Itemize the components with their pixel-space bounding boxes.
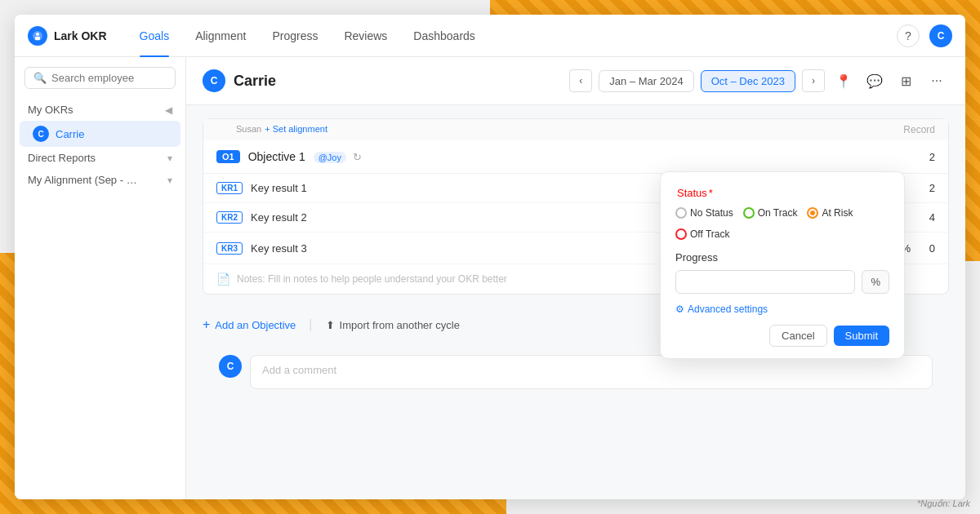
settings-icon: ⚙	[675, 304, 684, 315]
radio-off-track-circle	[675, 228, 687, 240]
status-popup: Status* No Status On Track At Risk	[660, 171, 905, 359]
svg-rect-2	[35, 37, 40, 40]
percent-label: %	[862, 270, 889, 294]
status-radio-group: No Status On Track At Risk Off Track	[675, 207, 889, 240]
kr1-badge: KR1	[216, 182, 243, 194]
collapse-icon: ◀	[165, 104, 172, 116]
app-window: Lark OKR Goals Alignment Progress Review…	[15, 15, 965, 499]
objective-header: Susan + Set alignment O1 Objective 1 @Jo…	[203, 140, 948, 174]
kr3-record: 0	[911, 242, 935, 255]
sidebar: 🔍 My OKRs ◀ C Carrie Direct Reports ▾ My…	[15, 57, 186, 499]
radio-no-status-circle	[675, 207, 687, 219]
status-on-track[interactable]: On Track	[743, 207, 798, 219]
objective-title: Objective 1 @Joy ↻	[248, 150, 894, 163]
svg-point-1	[36, 33, 39, 36]
app-name: Lark OKR	[54, 29, 107, 42]
objective-badge: O1	[216, 150, 240, 163]
comment-input[interactable]: Add a comment	[250, 355, 933, 389]
progress-input-row: %	[675, 270, 889, 294]
table-icon-btn[interactable]: ⊞	[893, 69, 918, 93]
nav-tabs: Goals Alignment Progress Reviews Dashboa…	[127, 15, 897, 57]
reload-icon[interactable]: ↻	[353, 151, 362, 163]
radio-at-risk-circle	[807, 207, 818, 219]
advanced-settings-link[interactable]: ⚙ Advanced settings	[675, 304, 889, 315]
top-nav: Lark OKR Goals Alignment Progress Review…	[15, 15, 965, 57]
status-no-status[interactable]: No Status	[675, 207, 733, 219]
comment-user-avatar: C	[219, 355, 242, 378]
status-at-risk[interactable]: At Risk	[807, 207, 853, 219]
import-cycle-btn[interactable]: ⬆ Import from another cycle	[326, 319, 460, 331]
divider: |	[309, 317, 312, 332]
progress-input[interactable]	[675, 270, 855, 294]
avatar-carrie: C	[33, 126, 49, 142]
tab-goals[interactable]: Goals	[127, 15, 183, 57]
popup-actions: Cancel Submit	[675, 325, 889, 347]
kr1-record: 2	[911, 182, 935, 194]
sidebar-direct-reports[interactable]: Direct Reports ▾	[15, 147, 185, 169]
radio-on-track-circle	[743, 207, 755, 219]
sidebar-my-okrs[interactable]: My OKRs ◀	[15, 99, 185, 121]
more-icon-btn[interactable]: ···	[924, 69, 949, 93]
logo-icon	[28, 26, 47, 46]
assignee-badge: @Joy	[314, 152, 346, 163]
objective-record-value: 2	[894, 151, 935, 163]
submit-button[interactable]: Submit	[834, 326, 889, 346]
message-icon-btn[interactable]: 💬	[862, 69, 887, 93]
kr3-badge: KR3	[216, 242, 243, 255]
import-icon: ⬆	[326, 319, 335, 331]
user-avatar-btn[interactable]: C	[929, 24, 952, 47]
status-popup-title: Status*	[675, 187, 889, 199]
period-oct-dec[interactable]: Oct – Dec 2023	[701, 70, 795, 92]
main-content: 🔍 My OKRs ◀ C Carrie Direct Reports ▾ My…	[15, 57, 965, 499]
alignment-hint: Susan + Set alignment	[236, 124, 327, 134]
location-icon-btn[interactable]: 📍	[831, 69, 856, 93]
period-jan-mar[interactable]: Jan – Mar 2024	[599, 70, 693, 92]
sidebar-item-carrie[interactable]: C Carrie	[20, 121, 180, 147]
nav-right: ? C	[897, 24, 952, 47]
chevron-down-icon: ▾	[167, 153, 172, 164]
tab-reviews[interactable]: Reviews	[331, 15, 400, 57]
search-icon: 🔍	[33, 72, 47, 84]
tab-dashboards[interactable]: Dashboards	[400, 15, 488, 57]
period-next-arrow[interactable]: ›	[802, 69, 825, 92]
tab-alignment[interactable]: Alignment	[182, 15, 259, 57]
kr2-badge: KR2	[216, 211, 243, 224]
plus-icon: +	[203, 317, 210, 332]
status-off-track[interactable]: Off Track	[675, 228, 729, 240]
chevron-down-icon-alignment: ▾	[167, 175, 172, 186]
set-alignment-link[interactable]: + Set alignment	[265, 124, 327, 134]
content-user-avatar: C	[203, 69, 225, 92]
sidebar-my-alignment[interactable]: My Alignment (Sep - … ▾	[15, 169, 185, 191]
add-objective-btn[interactable]: + Add an Objective	[203, 317, 296, 332]
kr2-record: 4	[911, 211, 935, 224]
notes-icon: 📄	[216, 273, 230, 286]
notes-text[interactable]: Notes: Fill in notes to help people unde…	[237, 273, 507, 285]
record-header: Record	[894, 124, 935, 135]
cancel-button[interactable]: Cancel	[769, 325, 826, 347]
page-title: Carrie	[234, 73, 276, 90]
search-box[interactable]: 🔍	[24, 67, 176, 89]
watermark: *Nguồn: Lark	[917, 498, 970, 509]
help-icon-btn[interactable]: ?	[897, 24, 920, 47]
period-prev-arrow[interactable]: ‹	[569, 69, 592, 92]
header-controls: ‹ Jan – Mar 2024 Oct – Dec 2023 › 📍 💬 ⊞ …	[569, 69, 949, 93]
progress-label: Progress	[675, 251, 889, 264]
logo-area: Lark OKR	[28, 26, 107, 46]
content-title-area: C Carrie	[203, 69, 276, 92]
content-header: C Carrie ‹ Jan – Mar 2024 Oct – Dec 2023…	[186, 57, 965, 105]
tab-progress[interactable]: Progress	[259, 15, 331, 57]
search-input[interactable]	[51, 72, 167, 84]
content-panel: C Carrie ‹ Jan – Mar 2024 Oct – Dec 2023…	[186, 57, 965, 499]
